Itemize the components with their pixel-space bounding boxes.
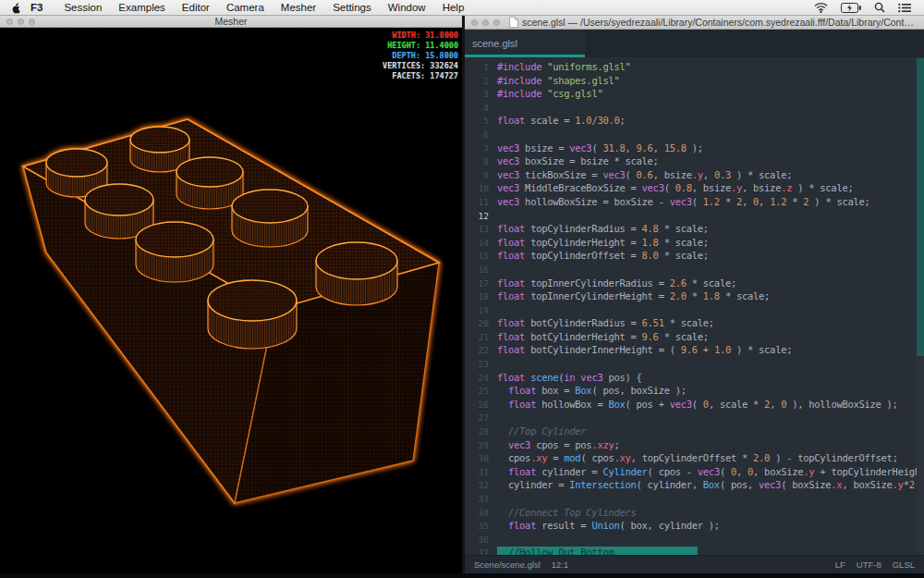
zoom-button[interactable] <box>493 19 500 26</box>
code-line[interactable]: 28 //Top Cylinder <box>465 424 924 438</box>
code-line[interactable]: 29 vec3 cpos = pos.xzy; <box>465 438 924 452</box>
code-text: float botCylinderHeight = 9.6 * scale; <box>497 331 709 342</box>
menu-item-window[interactable]: Window <box>380 2 434 13</box>
mesh-viewport[interactable]: WIDTH: 31.8000HEIGHT: 11.4000DEPTH: 15.8… <box>0 28 462 573</box>
editor-scrollbar[interactable] <box>917 57 924 555</box>
code-line[interactable]: 20float botCylinderRadius = 6.51 * scale… <box>465 316 924 330</box>
code-text: float cylinder = Cylinder( cpos - vec3( … <box>497 466 924 477</box>
menu-item-camera[interactable]: Camera <box>218 2 273 13</box>
code-text: cylinder = Intersection( cylinder, Box( … <box>497 479 924 490</box>
code-line[interactable]: 8vec3 boxSize = bsize * scale; <box>465 154 924 168</box>
code-line[interactable]: 13float topCylinderRadius = 4.8 * scale; <box>465 222 924 236</box>
code-text: vec3 hollowBoxSize = boxSize - vec3( 1.2… <box>497 196 870 207</box>
document-icon <box>509 17 518 28</box>
code-line[interactable]: 34 //Connect Top Cylinders <box>465 506 924 520</box>
code-line[interactable]: 33 <box>465 492 924 506</box>
code-line[interactable]: 31 float cylinder = Cylinder( cpos - vec… <box>465 465 924 479</box>
search-icon[interactable] <box>874 2 885 13</box>
code-line[interactable]: 17float topInnerCylinderRadius = 2.6 * s… <box>465 277 924 290</box>
code-line[interactable]: 32 cylinder = Intersection( cylinder, Bo… <box>465 478 924 492</box>
code-line[interactable]: 1#include "uniforms.glsl" <box>465 60 924 74</box>
code-line[interactable]: 6 <box>465 128 924 141</box>
tab-label: scene.glsl <box>472 38 517 49</box>
menu-item-help[interactable]: Help <box>434 2 473 13</box>
code-line[interactable]: 36 <box>465 533 924 547</box>
menu-item-session[interactable]: Session <box>55 2 110 13</box>
code-line[interactable]: 27 <box>465 411 924 424</box>
code-line[interactable]: 10vec3 MiddleBraceBoxSize = vec3( 0.8, b… <box>465 181 924 195</box>
code-line[interactable]: 16 <box>465 263 924 277</box>
battery-charging-icon[interactable] <box>841 3 861 13</box>
code-line[interactable]: 37 //Hollow Out Bottom <box>465 546 924 555</box>
line-number: 31 <box>465 466 489 480</box>
line-number: 8 <box>465 155 489 169</box>
code-line[interactable]: 14float topCylinderHeight = 1.8 * scale; <box>465 236 924 250</box>
apple-menu-icon[interactable] <box>11 2 21 14</box>
editor-titlebar[interactable]: scene.glsl — /Users/syedrezaali/Library/… <box>465 16 924 30</box>
code-line[interactable]: 12 <box>465 209 924 223</box>
list-icon[interactable] <box>898 3 911 13</box>
code-line[interactable]: 26 float hollowBox = Box( pos + vec3( 0,… <box>465 398 924 412</box>
mesher-titlebar[interactable]: Mesher <box>0 16 462 28</box>
code-text: cpos.xy = mod( cpos.xy, topCylinderOffse… <box>497 452 898 463</box>
editor-window: scene.glsl — /Users/syedrezaali/Library/… <box>465 16 924 573</box>
code-line[interactable]: 18float topInnerCylinderHeight = 2.0 * 1… <box>465 289 924 303</box>
code-text: #include "uniforms.glsl" <box>497 61 631 72</box>
code-line[interactable]: 2#include "shapes.glsl" <box>465 74 924 88</box>
menu-item-examples[interactable]: Examples <box>110 2 174 13</box>
code-line[interactable]: 3#include "csg.glsl" <box>465 87 924 101</box>
minimize-button[interactable] <box>482 19 489 26</box>
status-line-ending[interactable]: LF <box>835 560 845 570</box>
code-line[interactable]: 30 cpos.xy = mod( cpos.xy, topCylinderOf… <box>465 451 924 465</box>
code-line[interactable]: 4 <box>465 101 924 115</box>
app-menu-title[interactable]: F3 <box>30 2 43 13</box>
line-number: 10 <box>465 182 489 196</box>
line-number: 24 <box>465 372 489 386</box>
menu-bar: F3 SessionExamplesEditorCameraMesherSett… <box>0 0 924 16</box>
line-number: 27 <box>465 412 489 425</box>
desktop: F3 SessionExamplesEditorCameraMesherSett… <box>0 0 924 578</box>
code-text: //Connect Top Cylinders <box>497 507 637 518</box>
wifi-icon[interactable] <box>814 2 828 13</box>
code-text: float topCylinderHeight = 1.8 * scale; <box>497 237 709 248</box>
code-line[interactable]: 25 float box = Box( pos, boxSize ); <box>465 384 924 398</box>
stat-depth: DEPTH: 15.8000 <box>383 51 458 61</box>
code-line[interactable]: 7vec3 bsize = vec3( 31.8, 9.6, 15.8 ); <box>465 141 924 155</box>
line-number: 16 <box>465 264 489 277</box>
status-cursor-position: 12:1 <box>552 560 569 570</box>
line-number: 2 <box>465 75 489 89</box>
menu-item-editor[interactable]: Editor <box>174 2 218 13</box>
line-number: 5 <box>465 115 489 129</box>
code-line[interactable]: 15float topCylinderOffset = 8.0 * scale; <box>465 249 924 263</box>
code-text: float hollowBox = Box( pos + vec3( 0, sc… <box>497 399 898 410</box>
code-line[interactable]: 9vec3 tickBoxSize = vec3( 0.6, bsize.y, … <box>465 168 924 182</box>
menu-item-settings[interactable]: Settings <box>324 2 380 13</box>
stud-top <box>176 157 243 187</box>
code-editor[interactable]: 1#include "uniforms.glsl"2#include "shap… <box>465 57 924 555</box>
tab-bar: scene.glsl <box>465 30 924 57</box>
line-number: 37 <box>465 547 489 555</box>
stud-top <box>232 190 308 223</box>
scrollbar-thumb[interactable] <box>917 58 924 356</box>
code-text: vec3 bsize = vec3( 31.8, 9.6, 15.8 ); <box>497 142 703 154</box>
code-text: #include "csg.glsl" <box>497 88 602 99</box>
menu-item-mesher[interactable]: Mesher <box>273 2 324 13</box>
tab-scene-glsl[interactable]: scene.glsl <box>465 30 585 57</box>
stud-top <box>46 149 107 177</box>
code-text: float topCylinderOffset = 8.0 * scale; <box>497 250 709 261</box>
code-line[interactable]: 11vec3 hollowBoxSize = boxSize - vec3( 1… <box>465 195 924 209</box>
code-line[interactable]: 24float scene(in vec3 pos) { <box>465 371 924 385</box>
code-line[interactable]: 5float scale = 1.0/30.0; <box>465 114 924 128</box>
close-button[interactable] <box>471 19 478 26</box>
code-line[interactable]: 21float botCylinderHeight = 9.6 * scale; <box>465 330 924 344</box>
code-line[interactable]: 23 <box>465 357 924 371</box>
stud-top <box>130 127 189 153</box>
code-line[interactable]: 22float botCylinderInnerHeight = ( 9.6 +… <box>465 343 924 357</box>
code-lines: 1#include "uniforms.glsl"2#include "shap… <box>465 60 924 555</box>
code-text: //Top Cylinder <box>497 425 586 437</box>
code-line[interactable]: 19 <box>465 303 924 317</box>
status-encoding[interactable]: UTF-8 <box>857 560 881 570</box>
code-line[interactable]: 35 float result = Union( box, cylinder )… <box>465 519 924 533</box>
line-number: 13 <box>465 223 489 237</box>
status-language[interactable]: GLSL <box>893 560 915 570</box>
